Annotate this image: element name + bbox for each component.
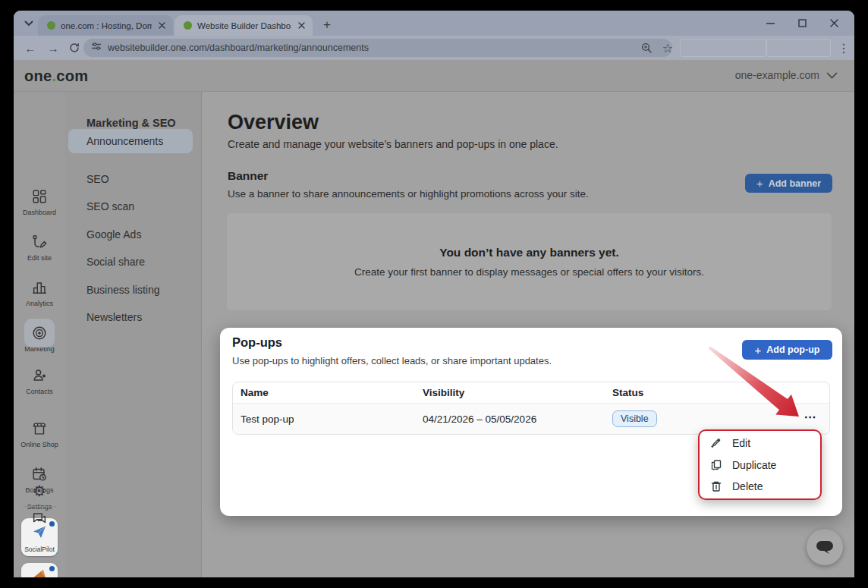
chat-bubble-icon [813,537,836,557]
nav-item-seo[interactable]: SEO [86,173,109,185]
bookmark-star-icon[interactable]: ☆ [659,39,677,57]
nav-item-business-listing[interactable]: Business listing [86,284,160,296]
empty-state-title: You don’t have any banners yet. [439,246,619,259]
page-title: Overview [228,111,319,134]
url-text: websitebuilder.one.com/dashboard/marketi… [108,42,369,53]
popups-section-title: Pop-ups [232,335,282,350]
pencil-icon [710,437,722,449]
plus-icon: + [755,344,762,356]
tab-favicon-icon [47,21,55,30]
trash-icon [710,480,722,492]
menu-item-duplicate[interactable]: Duplicate [700,456,820,474]
nav-item-social-share[interactable]: Social share [86,256,145,268]
browser-window: one.com : Hosting, Domain, Em Website Bu… [14,11,854,577]
popups-section-subtitle: Use pop-ups to highlight offers, collect… [232,355,552,366]
tab-title: one.com : Hosting, Domain, Em [61,21,152,30]
sidebar-item-contacts[interactable]: Contacts [14,366,65,395]
sidebar-item-analytics[interactable]: Analytics [14,278,65,307]
nav-item-google-ads[interactable]: Google Ads [86,228,141,241]
extensions-area[interactable] [680,39,766,57]
app-logo-icon [30,568,49,577]
banner-empty-state: You don’t have any banners yet. Create y… [227,213,832,310]
add-popup-button[interactable]: + Add pop-up [742,340,832,360]
sidebar-item-label: Dashboard [23,209,56,216]
popup-name: Test pop-up [233,413,423,425]
plus-icon: + [756,178,763,189]
tab-search-chevron-icon[interactable] [20,17,38,30]
screenshot-root: one.com : Hosting, Domain, Em Website Bu… [0,0,868,588]
browser-titlebar: one.com : Hosting, Domain, Em Website Bu… [14,11,854,36]
online-shop-icon [30,420,49,438]
sidebar-item-label: Edit site [27,254,52,262]
app-label: SocialPilot [21,546,58,553]
address-bar[interactable]: websitebuilder.one.com/dashboard/marketi… [83,39,672,57]
page-subtitle: Create and manage your website’s banners… [228,138,558,150]
menu-item-edit[interactable]: Edit [700,434,820,452]
main-content: Overview Create and manage your website’… [202,92,854,577]
tab-favicon-icon [184,21,192,30]
add-banner-button[interactable]: + Add banner [745,174,832,193]
marketing-nav: Marketing & SEO Announcements SEO SEO sc… [65,92,202,577]
sidebar-item-marketing[interactable]: Marketing [14,324,65,353]
dashboard-icon [30,187,49,206]
sidebar-item-dashboard[interactable]: Dashboard [14,187,65,216]
nav-section-title: Marketing & SEO [86,117,176,129]
domain-name: one-example.com [735,69,819,81]
browser-menu-icon[interactable]: ⋮ [835,39,853,57]
popup-visibility: 04/21/2026 – 05/05/2026 [423,413,612,425]
site-settings-icon[interactable] [91,41,102,55]
nav-item-seo-scan[interactable]: SEO scan [86,200,134,212]
menu-item-delete[interactable]: Delete [700,477,820,495]
sidebar-item-label: Online Shop [20,441,58,448]
plus-icon: + [323,17,331,33]
zoom-icon[interactable] [637,39,656,57]
sidebar-divider [23,506,56,507]
sidebar-item-online-shop[interactable]: Online Shop [14,420,65,448]
sidebar-app-partial[interactable] [21,563,58,577]
banner-section-title: Banner [228,169,268,183]
column-header-visibility: Visibility [423,387,612,398]
status-badge: Visible [612,410,657,427]
icon-sidebar: Dashboard Edit site Analytics Marketin [14,92,65,577]
tab-title: Website Builder Dashboard [197,21,291,30]
one-com-logo: one.com [24,68,88,85]
analytics-icon [30,278,49,297]
browser-toolbar: ← → websitebuilder.one.com/dashboard/mar… [14,36,854,60]
tab-website-builder-dashboard[interactable]: Website Builder Dashboard [175,15,313,36]
sidebar-item-label: Contacts [26,388,53,395]
bookings-icon [30,465,49,483]
marketing-icon [30,324,49,342]
profile-area[interactable] [766,39,831,57]
sidebar-item-edit-site[interactable]: Edit site [14,233,65,262]
close-button[interactable] [819,12,848,34]
notification-dot [49,521,55,527]
window-controls [756,12,848,34]
sidebar-item-label: Analytics [26,300,53,307]
nav-item-announcements[interactable]: Announcements [86,135,163,147]
tab-one-com[interactable]: one.com : Hosting, Domain, Em [38,15,173,36]
back-icon[interactable]: ← [21,39,39,57]
more-options-button[interactable]: ⋯ [800,410,820,426]
edit-site-icon [30,233,49,251]
nav-item-newsletters[interactable]: Newsletters [86,311,142,323]
forward-icon[interactable]: → [44,39,62,57]
row-context-menu: Edit Duplicate Delete [698,429,822,500]
chat-launcher-button[interactable] [807,529,843,565]
column-header-name: Name [233,387,423,398]
minimize-button[interactable] [756,12,785,34]
tab-close-icon[interactable] [156,20,167,31]
settings-gear-icon: ⚙ [30,482,49,500]
inbox-icon [30,509,49,527]
duplicate-icon [710,459,722,471]
table-header-row: Name Visibility Status [233,382,829,404]
app-header: one.com one-example.com [14,60,854,92]
new-tab-button[interactable]: + [319,17,335,33]
reload-icon[interactable] [65,39,83,57]
tab-close-icon[interactable] [296,20,307,31]
chevron-down-icon [826,72,838,79]
notification-dot [49,566,55,571]
contacts-icon [30,366,49,385]
empty-state-subtitle: Create your first banner to display mess… [354,266,704,278]
domain-selector[interactable]: one-example.com [735,69,838,81]
maximize-button[interactable] [788,12,816,34]
